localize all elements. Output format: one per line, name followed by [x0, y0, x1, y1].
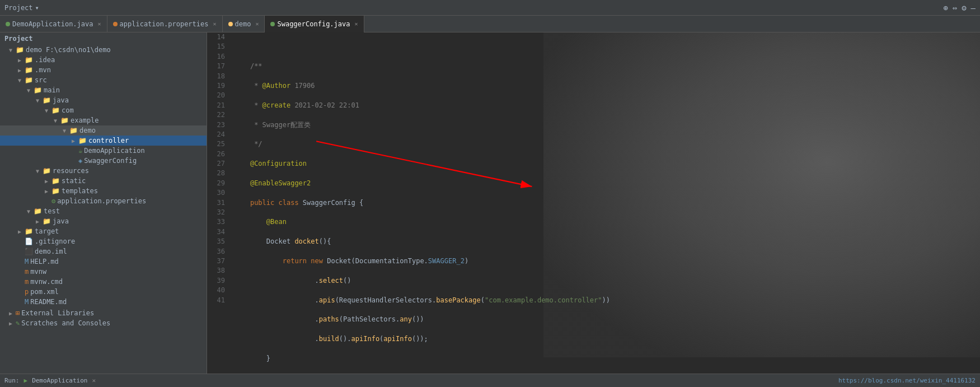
- props-file-icon: [113, 22, 118, 26]
- tree-item-src[interactable]: ▼ 📁 src: [0, 75, 207, 85]
- tree-item-mvnw-cmd[interactable]: ▶ m mvnw.cmd: [0, 277, 207, 287]
- md-file-icon: M: [25, 298, 29, 306]
- tree-label: HELP.md: [30, 258, 59, 265]
- tab-close-icon[interactable]: ✕: [98, 21, 101, 27]
- tree-item-mvn[interactable]: ▶ 📁 .mvn: [0, 65, 207, 75]
- tree-item-pom-xml[interactable]: ▶ p pom.xml: [0, 287, 207, 297]
- tab-close-icon[interactable]: ✕: [213, 21, 216, 27]
- tree-label: src: [35, 76, 47, 84]
- project-header-text: Project: [4, 35, 33, 43]
- tree-item-idea[interactable]: ▶ 📁 .idea: [0, 55, 207, 65]
- tree-label: target: [35, 227, 59, 235]
- expand-arrow: ▶: [45, 178, 51, 184]
- sidebar-header: Project: [0, 32, 207, 45]
- props-file-icon: ⚙: [51, 197, 55, 205]
- cmd-file-icon: m: [25, 278, 29, 286]
- tree-item-example[interactable]: ▼ 📁 example: [0, 115, 207, 125]
- tree-item-app-props[interactable]: ▶ ⚙ application.properties: [0, 196, 207, 206]
- tree-item-static[interactable]: ▶ 📁 static: [0, 176, 207, 186]
- tree-item-gitignore[interactable]: ▶ 📄 .gitignore: [0, 236, 207, 246]
- tree-item-swagger-config[interactable]: ▶ ◈ SwaggerConfig: [0, 156, 207, 166]
- tree-label: example: [71, 116, 99, 124]
- folder-icon: 📁: [51, 106, 60, 114]
- settings-icon[interactable]: ⚙: [962, 3, 966, 12]
- expand-arrow: ▼: [36, 97, 43, 104]
- tree-label: SwaggerConfig: [84, 157, 137, 165]
- expand-arrow: ▼: [63, 128, 69, 134]
- folder-icon: 📁: [43, 167, 51, 175]
- code-editor: 14 15 16 17 18 19 20 21 22 23 24 25 26 2…: [207, 32, 980, 374]
- tree-label: demo F:\csdn\no1\demo: [26, 46, 111, 54]
- sidebar: Project ▼ 📁 demo F:\csdn\no1\demo ▶ 📁 .i…: [0, 32, 207, 374]
- tree-item-scratches[interactable]: ▶ ✎ Scratches and Consoles: [0, 318, 207, 328]
- chevron-down-icon[interactable]: ▾: [35, 4, 39, 12]
- folder-java-icon: 📁: [43, 96, 51, 104]
- tabs-bar: DemoApplication.java ✕ application.prope…: [0, 16, 980, 32]
- tree-item-demo-root[interactable]: ▼ 📁 demo F:\csdn\no1\demo: [0, 45, 207, 55]
- tab-demo-module[interactable]: demo ✕: [223, 16, 265, 32]
- tree-item-controller[interactable]: ▶ 📁 controller: [0, 136, 207, 146]
- tree-label: java: [53, 217, 69, 225]
- status-url-text: https://blog.csdn.net/weixin_44116132: [838, 377, 976, 384]
- sync-icon[interactable]: ⊕: [943, 3, 948, 12]
- folder-icon: 📁: [69, 127, 78, 134]
- tree-item-external-libs[interactable]: ▶ ⊞ External Libraries: [0, 308, 207, 318]
- tab-label: demo: [235, 20, 251, 28]
- tab-close-icon[interactable]: ✕: [255, 21, 259, 27]
- tree-item-java[interactable]: ▼ 📁 java: [0, 95, 207, 105]
- code-lines[interactable]: /** * @Author 17906 * @create 2021-02-02…: [229, 32, 980, 374]
- tree-item-templates[interactable]: ▶ 📁 templates: [0, 186, 207, 196]
- tab-close-icon[interactable]: ✕: [355, 21, 358, 27]
- app-name: DemoApplication: [32, 377, 87, 384]
- tree-item-demo-package[interactable]: ▼ 📁 demo: [0, 125, 207, 136]
- close-run-icon[interactable]: ✕: [92, 377, 96, 384]
- top-bar: Project ▾ ⊕ ⇔ ⚙ —: [0, 0, 980, 16]
- folder-icon: 📁: [51, 177, 60, 185]
- tree-label: README.md: [30, 298, 67, 306]
- tree-item-target[interactable]: ▶ 📁 target: [0, 226, 207, 236]
- tree-item-resources[interactable]: ▼ 📁 resources: [0, 166, 207, 176]
- expand-arrow: ▼: [54, 118, 60, 124]
- tree-item-demo-application[interactable]: ▶ ☕ DemoApplication: [0, 146, 207, 156]
- code-content[interactable]: 14 15 16 17 18 19 20 21 22 23 24 25 26 2…: [207, 32, 980, 374]
- folder-icon: 📁: [78, 137, 87, 144]
- tree-label: mvnw.cmd: [30, 278, 63, 286]
- project-label: Project ▾: [4, 4, 39, 12]
- expand-arrow: ▼: [45, 108, 51, 114]
- tree-item-test[interactable]: ▼ 📁 test: [0, 206, 207, 216]
- tree-item-mvnw[interactable]: ▶ m mvnw: [0, 267, 207, 277]
- tree-item-main[interactable]: ▼ 📁 main: [0, 85, 207, 95]
- tree-item-demo-iml[interactable]: ▶ ⬛ demo.iml: [0, 246, 207, 257]
- expand-arrow: ▶: [36, 218, 43, 225]
- expand-arrow: ▶: [9, 310, 16, 316]
- tab-swagger-config[interactable]: SwaggerConfig.java ✕: [265, 16, 364, 32]
- tree-label: resources: [53, 167, 89, 175]
- tree-item-readme[interactable]: ▶ M README.md: [0, 297, 207, 307]
- expand-arrow: ▶: [72, 138, 78, 144]
- expand-arrow: ▼: [27, 208, 34, 215]
- status-bar: Run: ▶ DemoApplication ✕ https://blog.cs…: [0, 374, 980, 387]
- expand-arrow: ▶: [18, 229, 25, 235]
- expand-arrow: ▶: [18, 57, 25, 63]
- tree-label: DemoApplication: [84, 147, 144, 155]
- library-icon: ⊞: [16, 309, 20, 317]
- tab-demo-application[interactable]: DemoApplication.java ✕: [0, 16, 107, 32]
- tree-item-com[interactable]: ▼ 📁 com: [0, 105, 207, 115]
- tree-item-help-md[interactable]: ▶ M HELP.md: [0, 257, 207, 267]
- minimize-icon[interactable]: —: [971, 3, 976, 12]
- tree-label: .mvn: [35, 66, 51, 74]
- expand-arrow: ▶: [45, 188, 51, 194]
- expand-arrow: ▶: [18, 67, 25, 73]
- tree-label: mvnw: [30, 268, 46, 276]
- tree-label: test: [44, 207, 60, 215]
- tree-item-test-java[interactable]: ▶ 📁 java: [0, 216, 207, 226]
- status-url[interactable]: https://blog.csdn.net/weixin_44116132: [838, 377, 976, 384]
- layout-icon[interactable]: ⇔: [953, 3, 957, 12]
- line-numbers: 14 15 16 17 18 19 20 21 22 23 24 25 26 2…: [207, 32, 229, 374]
- tab-application-properties[interactable]: application.properties ✕: [107, 16, 223, 32]
- folder-icon: 📁: [34, 86, 42, 94]
- java-interface-icon: ◈: [78, 157, 82, 165]
- tree-label: static: [62, 177, 86, 185]
- tab-label: SwaggerConfig.java: [277, 20, 350, 28]
- mvn-file-icon: m: [25, 268, 29, 276]
